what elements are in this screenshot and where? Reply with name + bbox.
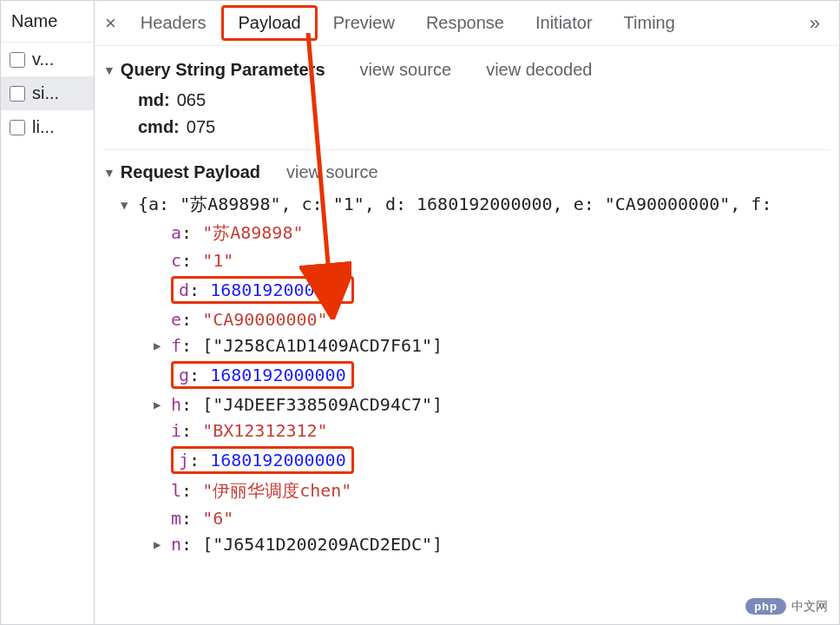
name-item[interactable]: si... — [1, 76, 94, 110]
colon: : — [189, 450, 210, 470]
colon: : — [181, 534, 202, 555]
json-property-row[interactable]: m: "6" — [154, 508, 830, 529]
name-item-checkbox[interactable] — [10, 86, 25, 102]
name-item-checkbox[interactable] — [10, 52, 25, 68]
tab-headers[interactable]: Headers — [125, 3, 222, 43]
more-icon[interactable]: » — [797, 12, 832, 35]
query-param-row: cmd:075 — [138, 117, 830, 137]
json-value: "6" — [202, 508, 233, 529]
name-item-checkbox[interactable] — [10, 120, 25, 135]
json-key: j — [179, 450, 189, 470]
json-preview-text: {a: "苏A89898", c: "1", d: 1680192000000,… — [138, 193, 771, 216]
view-decoded-link[interactable]: view decoded — [486, 60, 592, 80]
query-param-value: 065 — [177, 90, 206, 110]
json-property-row[interactable]: a: "苏A89898" — [154, 221, 830, 245]
json-value: 1680192000000 — [210, 280, 346, 300]
json-value: "1" — [202, 250, 233, 271]
watermark: php 中文网 — [745, 598, 828, 615]
chevron-right-icon[interactable]: ▶ — [154, 537, 167, 551]
json-value: "CA90000000" — [202, 309, 328, 330]
name-item[interactable]: li... — [1, 110, 94, 144]
payload-title-text: Request Payload — [121, 162, 260, 182]
payload-section-header: ▼ Request Payload view source — [103, 162, 830, 182]
json-property-row[interactable]: e: "CA90000000" — [154, 309, 830, 330]
tab-payload[interactable]: Payload — [221, 5, 317, 41]
colon: : — [181, 250, 202, 271]
colon: : — [181, 335, 202, 356]
json-value: "伊丽华调度chen" — [202, 480, 351, 501]
watermark-text: 中文网 — [791, 599, 828, 615]
json-property-row[interactable]: d: 1680192000000 — [154, 276, 830, 304]
query-title-text: Query String Parameters — [121, 60, 325, 80]
json-property-row[interactable]: i: "BX12312312" — [154, 420, 830, 441]
colon: : — [181, 394, 202, 415]
json-key: a — [171, 222, 181, 243]
json-value: 1680192000000 — [210, 450, 346, 470]
payload-view-source-link[interactable]: view source — [286, 162, 378, 182]
json-property-row[interactable]: ▶n: ["J6541D200209ACD2EDC"] — [154, 534, 830, 555]
json-value: "BX12312312" — [202, 420, 328, 441]
payload-title-toggle[interactable]: ▼ Request Payload — [103, 162, 260, 182]
json-property-row[interactable]: g: 1680192000000 — [154, 361, 830, 389]
view-source-link[interactable]: view source — [360, 60, 452, 80]
colon: : — [181, 480, 202, 501]
json-preview-line[interactable]: ▼ {a: "苏A89898", c: "1", d: 168019200000… — [121, 193, 830, 216]
tab-timing[interactable]: Timing — [608, 3, 691, 43]
query-title-toggle[interactable]: ▼ Query String Parameters — [103, 60, 325, 80]
query-param-value: 075 — [187, 117, 215, 137]
tab-initiator[interactable]: Initiator — [520, 3, 608, 43]
colon: : — [181, 420, 202, 441]
tab-response[interactable]: Response — [410, 3, 520, 43]
chevron-down-icon: ▼ — [103, 63, 115, 77]
json-value: "苏A89898" — [202, 222, 303, 243]
chevron-down-icon: ▼ — [103, 166, 115, 180]
colon: : — [189, 365, 210, 385]
name-item-label: li... — [32, 117, 55, 137]
json-key: h — [171, 394, 181, 415]
colon: : — [189, 280, 210, 300]
close-icon[interactable]: × — [102, 12, 125, 35]
section-divider — [103, 149, 830, 150]
json-key: g — [179, 365, 189, 385]
json-key: n — [171, 534, 181, 555]
name-header[interactable]: Name — [1, 1, 94, 43]
json-key: e — [171, 309, 181, 330]
name-item[interactable]: v... — [1, 43, 94, 76]
json-property-row[interactable]: ▶h: ["J4DEEF338509ACD94C7"] — [154, 394, 830, 415]
json-key: c — [171, 250, 181, 271]
query-param-key: cmd: — [138, 117, 180, 137]
json-key: l — [171, 480, 181, 501]
json-value: ["J258CA1D1409ACD7F61"] — [202, 335, 443, 356]
json-property-row[interactable]: ▶f: ["J258CA1D1409ACD7F61"] — [154, 335, 830, 356]
json-key: d — [179, 280, 189, 300]
name-panel: Name v...si...li... — [1, 1, 95, 624]
json-tree: ▼ {a: "苏A89898", c: "1", d: 168019200000… — [121, 193, 830, 555]
json-value: ["J6541D200209ACD2EDC"] — [202, 534, 443, 555]
json-property-row[interactable]: j: 1680192000000 — [154, 446, 830, 474]
tabs-row: × HeadersPayloadPreviewResponseInitiator… — [95, 1, 839, 46]
json-key: i — [171, 420, 181, 441]
json-value: 1680192000000 — [210, 365, 346, 385]
name-item-label: v... — [32, 49, 54, 69]
json-value: ["J4DEEF338509ACD94C7"] — [202, 394, 443, 415]
chevron-down-icon: ▼ — [121, 198, 135, 212]
chevron-right-icon[interactable]: ▶ — [154, 398, 167, 411]
json-property-row[interactable]: l: "伊丽华调度chen" — [154, 479, 830, 503]
colon: : — [181, 309, 202, 330]
watermark-badge: php — [745, 598, 786, 615]
query-param-key: md: — [138, 90, 170, 110]
colon: : — [181, 508, 202, 529]
name-list: v...si...li... — [1, 43, 94, 144]
json-key: f — [171, 335, 181, 356]
content-area: ▼ Query String Parameters view source vi… — [95, 46, 839, 577]
chevron-right-icon[interactable]: ▶ — [154, 339, 167, 352]
name-item-label: si... — [32, 83, 59, 103]
json-key: m — [171, 508, 181, 529]
tab-preview[interactable]: Preview — [318, 3, 410, 43]
details-panel: × HeadersPayloadPreviewResponseInitiator… — [95, 1, 839, 624]
query-param-row: md:065 — [138, 90, 830, 110]
json-property-row[interactable]: c: "1" — [154, 250, 830, 271]
query-section-header: ▼ Query String Parameters view source vi… — [103, 60, 830, 80]
colon: : — [181, 222, 202, 243]
